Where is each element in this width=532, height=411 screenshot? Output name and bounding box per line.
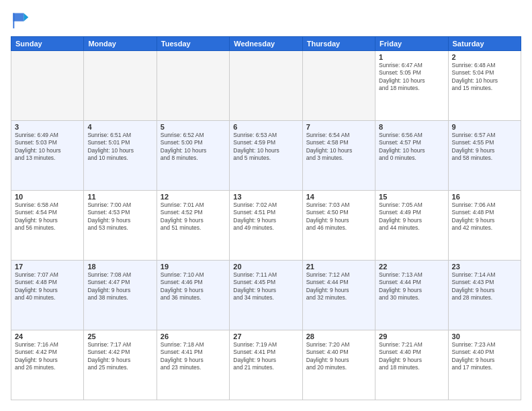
day-cell: 21Sunrise: 7:12 AM Sunset: 4:44 PM Dayli… xyxy=(302,261,375,330)
day-info: Sunrise: 6:52 AM Sunset: 5:00 PM Dayligh… xyxy=(161,132,226,163)
day-cell: 29Sunrise: 7:21 AM Sunset: 4:40 PM Dayli… xyxy=(375,330,448,400)
day-number: 23 xyxy=(452,263,517,271)
day-cell: 11Sunrise: 7:00 AM Sunset: 4:53 PM Dayli… xyxy=(84,191,157,261)
day-number: 21 xyxy=(306,263,371,271)
day-number: 25 xyxy=(87,332,152,340)
day-info: Sunrise: 6:48 AM Sunset: 5:04 PM Dayligh… xyxy=(452,62,517,93)
day-cell: 18Sunrise: 7:08 AM Sunset: 4:47 PM Dayli… xyxy=(84,261,157,330)
day-cell: 1Sunrise: 6:47 AM Sunset: 5:05 PM Daylig… xyxy=(375,51,448,121)
day-cell: 30Sunrise: 7:23 AM Sunset: 4:40 PM Dayli… xyxy=(448,330,521,400)
day-number: 1 xyxy=(379,53,444,61)
weekday-header-monday: Monday xyxy=(84,37,157,51)
day-number: 14 xyxy=(306,193,371,201)
day-info: Sunrise: 7:16 AM Sunset: 4:42 PM Dayligh… xyxy=(15,341,80,372)
day-info: Sunrise: 6:49 AM Sunset: 5:03 PM Dayligh… xyxy=(15,132,80,163)
day-info: Sunrise: 7:07 AM Sunset: 4:48 PM Dayligh… xyxy=(15,271,80,302)
day-info: Sunrise: 7:17 AM Sunset: 4:42 PM Dayligh… xyxy=(87,341,152,372)
weekday-header-saturday: Saturday xyxy=(448,37,521,51)
day-number: 18 xyxy=(87,263,152,271)
week-row-3: 10Sunrise: 6:58 AM Sunset: 4:54 PM Dayli… xyxy=(11,191,521,261)
day-cell: 9Sunrise: 6:57 AM Sunset: 4:55 PM Daylig… xyxy=(448,121,521,191)
day-info: Sunrise: 7:20 AM Sunset: 4:40 PM Dayligh… xyxy=(306,341,371,372)
day-number: 19 xyxy=(161,263,226,271)
day-info: Sunrise: 6:51 AM Sunset: 5:01 PM Dayligh… xyxy=(87,132,152,163)
day-info: Sunrise: 7:10 AM Sunset: 4:46 PM Dayligh… xyxy=(161,271,226,302)
day-info: Sunrise: 7:02 AM Sunset: 4:51 PM Dayligh… xyxy=(233,201,298,232)
day-info: Sunrise: 7:18 AM Sunset: 4:41 PM Dayligh… xyxy=(161,341,226,372)
day-info: Sunrise: 7:08 AM Sunset: 4:47 PM Dayligh… xyxy=(87,271,152,302)
header xyxy=(11,11,521,30)
day-number: 26 xyxy=(161,332,226,340)
day-cell: 19Sunrise: 7:10 AM Sunset: 4:46 PM Dayli… xyxy=(157,261,229,330)
day-number: 11 xyxy=(87,193,152,201)
day-cell: 14Sunrise: 7:03 AM Sunset: 4:50 PM Dayli… xyxy=(302,191,375,261)
day-cell xyxy=(11,51,84,121)
day-number: 28 xyxy=(306,332,371,340)
day-cell: 16Sunrise: 7:06 AM Sunset: 4:48 PM Dayli… xyxy=(448,191,521,261)
day-cell xyxy=(302,51,375,121)
day-info: Sunrise: 7:01 AM Sunset: 4:52 PM Dayligh… xyxy=(161,201,226,232)
day-number: 12 xyxy=(161,193,226,201)
day-cell: 23Sunrise: 7:14 AM Sunset: 4:43 PM Dayli… xyxy=(448,261,521,330)
day-info: Sunrise: 7:23 AM Sunset: 4:40 PM Dayligh… xyxy=(452,341,517,372)
day-cell: 8Sunrise: 6:56 AM Sunset: 4:57 PM Daylig… xyxy=(375,121,448,191)
day-cell xyxy=(157,51,229,121)
day-cell: 4Sunrise: 6:51 AM Sunset: 5:01 PM Daylig… xyxy=(84,121,157,191)
day-number: 17 xyxy=(15,263,80,271)
day-info: Sunrise: 6:47 AM Sunset: 5:05 PM Dayligh… xyxy=(379,62,444,93)
day-number: 7 xyxy=(306,123,371,131)
page: SundayMondayTuesdayWednesdayThursdayFrid… xyxy=(0,0,532,411)
day-cell: 12Sunrise: 7:01 AM Sunset: 4:52 PM Dayli… xyxy=(157,191,229,261)
svg-rect-3 xyxy=(13,13,15,29)
day-number: 8 xyxy=(379,123,444,131)
day-cell: 15Sunrise: 7:05 AM Sunset: 4:49 PM Dayli… xyxy=(375,191,448,261)
day-number: 5 xyxy=(161,123,226,131)
day-cell: 27Sunrise: 7:19 AM Sunset: 4:41 PM Dayli… xyxy=(230,330,302,400)
day-number: 29 xyxy=(379,332,444,340)
weekday-header-sunday: Sunday xyxy=(11,37,84,51)
day-cell: 6Sunrise: 6:53 AM Sunset: 4:59 PM Daylig… xyxy=(230,121,302,191)
day-info: Sunrise: 7:03 AM Sunset: 4:50 PM Dayligh… xyxy=(306,201,371,232)
weekday-header-tuesday: Tuesday xyxy=(157,37,229,51)
day-info: Sunrise: 7:00 AM Sunset: 4:53 PM Dayligh… xyxy=(87,201,152,232)
day-cell xyxy=(84,51,157,121)
day-number: 9 xyxy=(452,123,517,131)
day-info: Sunrise: 7:05 AM Sunset: 4:49 PM Dayligh… xyxy=(379,201,444,232)
day-cell: 17Sunrise: 7:07 AM Sunset: 4:48 PM Dayli… xyxy=(11,261,84,330)
day-info: Sunrise: 7:13 AM Sunset: 4:44 PM Dayligh… xyxy=(379,271,444,302)
day-number: 13 xyxy=(233,193,298,201)
day-info: Sunrise: 7:11 AM Sunset: 4:45 PM Dayligh… xyxy=(233,271,298,302)
day-number: 4 xyxy=(87,123,152,131)
day-info: Sunrise: 7:14 AM Sunset: 4:43 PM Dayligh… xyxy=(452,271,517,302)
week-row-4: 17Sunrise: 7:07 AM Sunset: 4:48 PM Dayli… xyxy=(11,261,521,330)
week-row-5: 24Sunrise: 7:16 AM Sunset: 4:42 PM Dayli… xyxy=(11,330,521,400)
weekday-header-wednesday: Wednesday xyxy=(230,37,302,51)
day-cell: 2Sunrise: 6:48 AM Sunset: 5:04 PM Daylig… xyxy=(448,51,521,121)
day-info: Sunrise: 7:06 AM Sunset: 4:48 PM Dayligh… xyxy=(452,201,517,232)
day-number: 16 xyxy=(452,193,517,201)
weekday-header-friday: Friday xyxy=(375,37,448,51)
day-cell: 25Sunrise: 7:17 AM Sunset: 4:42 PM Dayli… xyxy=(84,330,157,400)
svg-marker-1 xyxy=(13,13,24,21)
day-number: 30 xyxy=(452,332,517,340)
day-cell: 7Sunrise: 6:54 AM Sunset: 4:58 PM Daylig… xyxy=(302,121,375,191)
day-info: Sunrise: 6:54 AM Sunset: 4:58 PM Dayligh… xyxy=(306,132,371,163)
day-number: 6 xyxy=(233,123,298,131)
day-info: Sunrise: 7:21 AM Sunset: 4:40 PM Dayligh… xyxy=(379,341,444,372)
day-cell: 20Sunrise: 7:11 AM Sunset: 4:45 PM Dayli… xyxy=(230,261,302,330)
day-cell xyxy=(230,51,302,121)
logo xyxy=(11,11,32,30)
weekday-header-thursday: Thursday xyxy=(302,37,375,51)
day-cell: 24Sunrise: 7:16 AM Sunset: 4:42 PM Dayli… xyxy=(11,330,84,400)
day-number: 10 xyxy=(15,193,80,201)
day-cell: 13Sunrise: 7:02 AM Sunset: 4:51 PM Dayli… xyxy=(230,191,302,261)
day-number: 24 xyxy=(15,332,80,340)
day-number: 20 xyxy=(233,263,298,271)
day-number: 15 xyxy=(379,193,444,201)
day-number: 2 xyxy=(452,53,517,61)
day-number: 27 xyxy=(233,332,298,340)
day-info: Sunrise: 7:19 AM Sunset: 4:41 PM Dayligh… xyxy=(233,341,298,372)
day-info: Sunrise: 7:12 AM Sunset: 4:44 PM Dayligh… xyxy=(306,271,371,302)
day-cell: 26Sunrise: 7:18 AM Sunset: 4:41 PM Dayli… xyxy=(157,330,229,400)
week-row-1: 1Sunrise: 6:47 AM Sunset: 5:05 PM Daylig… xyxy=(11,51,521,121)
